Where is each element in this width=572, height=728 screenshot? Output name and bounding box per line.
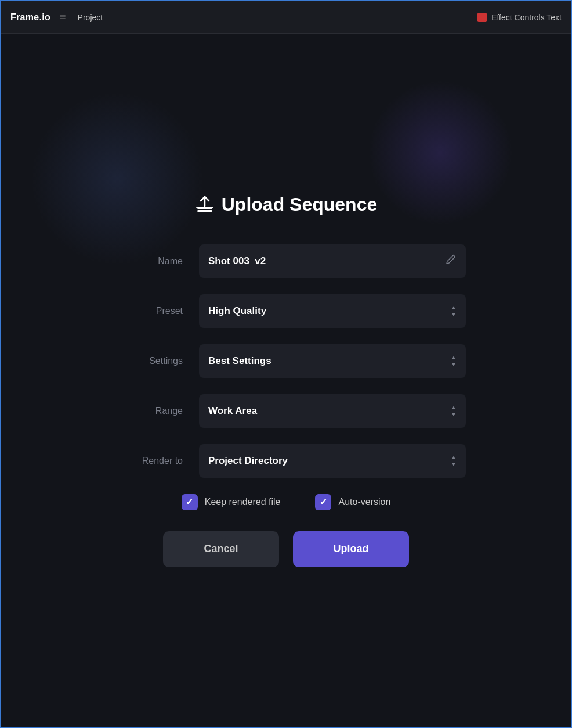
settings-spinner[interactable]: ▲ ▼ [451, 355, 457, 367]
name-value: Shot 003_v2 [208, 255, 445, 267]
upload-dialog: Upload Sequence Name Shot 003_v2 [106, 194, 466, 567]
upload-button[interactable]: Upload [293, 531, 409, 567]
main-content: Upload Sequence Name Shot 003_v2 [1, 34, 571, 727]
render-to-spinner[interactable]: ▲ ▼ [451, 455, 457, 467]
preset-label: Preset [106, 306, 199, 316]
settings-label: Settings [106, 356, 199, 366]
render-to-label: Render to [106, 456, 199, 466]
effect-controls: Effect Controls Text [477, 13, 562, 22]
app-container: Frame.io ≡ Project Effect Controls Text [0, 0, 572, 728]
settings-row: Settings Best Settings ▲ ▼ [106, 344, 466, 378]
preset-value: High Quality [208, 305, 451, 317]
settings-control[interactable]: Best Settings ▲ ▼ [199, 344, 466, 378]
spinner-up-icon[interactable]: ▲ [451, 455, 457, 460]
checkmark-icon: ✓ [186, 496, 193, 507]
range-label: Range [106, 406, 199, 416]
preset-row: Preset High Quality ▲ ▼ [106, 294, 466, 328]
auto-version-checkbox-box[interactable]: ✓ [315, 494, 331, 510]
upload-sequence-icon [195, 194, 215, 214]
name-label: Name [106, 256, 199, 266]
menu-icon[interactable]: ≡ [60, 11, 66, 23]
keep-rendered-label: Keep rendered file [205, 497, 281, 507]
spinner-down-icon[interactable]: ▼ [451, 312, 457, 318]
dialog-title: Upload Sequence [222, 194, 378, 215]
spinner-up-icon[interactable]: ▲ [451, 305, 457, 311]
dialog-header: Upload Sequence [106, 194, 466, 215]
svg-rect-1 [197, 210, 212, 212]
auto-version-checkbox[interactable]: ✓ Auto-version [315, 494, 390, 510]
spinner-up-icon[interactable]: ▲ [451, 405, 457, 410]
form-fields: Name Shot 003_v2 Preset High Qua [106, 244, 466, 478]
spinner-down-icon[interactable]: ▼ [451, 462, 457, 467]
app-logo: Frame.io [10, 12, 50, 23]
project-label: Project [78, 13, 103, 22]
range-control[interactable]: Work Area ▲ ▼ [199, 394, 466, 428]
render-to-value: Project Directory [208, 455, 451, 467]
svg-rect-2 [196, 207, 213, 208]
effect-label: Effect Controls Text [491, 13, 562, 22]
auto-version-label: Auto-version [338, 497, 390, 507]
effect-color-swatch [477, 13, 487, 22]
render-to-row: Render to Project Directory ▲ ▼ [106, 444, 466, 478]
title-separator [112, 12, 468, 23]
render-to-control[interactable]: Project Directory ▲ ▼ [199, 444, 466, 478]
preset-control[interactable]: High Quality ▲ ▼ [199, 294, 466, 328]
name-control[interactable]: Shot 003_v2 [199, 244, 466, 278]
keep-rendered-checkbox-box[interactable]: ✓ [182, 494, 198, 510]
title-bar: Frame.io ≡ Project Effect Controls Text [1, 1, 571, 34]
cancel-button[interactable]: Cancel [163, 531, 279, 567]
range-row: Range Work Area ▲ ▼ [106, 394, 466, 428]
checkboxes-row: ✓ Keep rendered file ✓ Auto-version [106, 494, 466, 510]
range-spinner[interactable]: ▲ ▼ [451, 405, 457, 417]
settings-value: Best Settings [208, 355, 451, 367]
buttons-row: Cancel Upload [106, 531, 466, 567]
spinner-down-icon[interactable]: ▼ [451, 362, 457, 367]
name-row: Name Shot 003_v2 [106, 244, 466, 278]
spinner-down-icon[interactable]: ▼ [451, 412, 457, 417]
checkmark-icon: ✓ [320, 496, 327, 507]
range-value: Work Area [208, 405, 451, 417]
pencil-icon[interactable] [445, 254, 457, 268]
preset-spinner[interactable]: ▲ ▼ [451, 305, 457, 318]
keep-rendered-checkbox[interactable]: ✓ Keep rendered file [182, 494, 281, 510]
spinner-up-icon[interactable]: ▲ [451, 355, 457, 361]
